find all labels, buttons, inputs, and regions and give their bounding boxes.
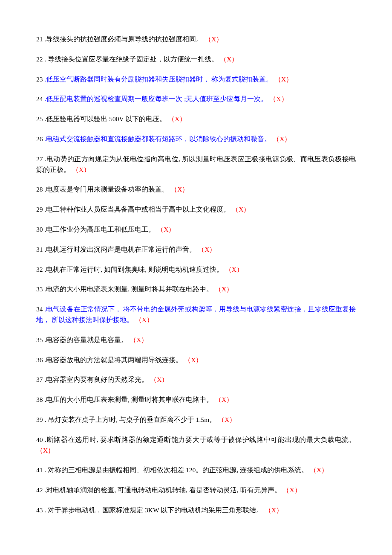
question-text: .电工作业分为高压电工和低压电工。: [43, 226, 157, 233]
question-item: 40 .断路器在选用时, 要求断路器的额定通断能力要大于或等于被保护线路中可能出…: [36, 435, 356, 456]
question-item: 24 .低压配电装置的巡视检查周期一般应每班一次 ;无人值班至少应每月一次。 （…: [36, 94, 356, 105]
question-number: 40: [36, 436, 43, 443]
question-item: 31 .电机运行时发出沉闷声是电机在正常运行的声音。 （X）: [36, 244, 356, 255]
question-text: .电容器的容量就是电容量。: [43, 336, 130, 343]
question-item: 39 . 吊灯安装在桌子上方时, 与桌子的垂直距离不少于 1.5m。 （X）: [36, 415, 356, 425]
answer-mark: （X）: [282, 486, 301, 494]
answer-mark: （X）: [205, 35, 223, 43]
question-item: 41 . 对称的三相电源是由振幅相同、初相依次相差 120。的正弦电源, 连接组…: [36, 465, 356, 476]
question-item: 36 .电容器放电的方法就是将其两端用导线连接。 （X）: [36, 355, 356, 366]
question-text: . 导线接头位置应尽量在绝缘子固定处，以方便统一扎线。: [43, 55, 220, 63]
question-item: 28 .电度表是专门用来测量设备功率的装置。 （X）: [36, 184, 356, 195]
question-number: 32: [36, 266, 43, 273]
answer-mark: （X）: [184, 356, 202, 363]
answer-mark: （X）: [198, 246, 216, 253]
answer-mark: （X）: [215, 396, 233, 403]
answer-mark: （X）: [274, 76, 293, 83]
question-item: 22 . 导线接头位置应尽量在绝缘子固定处，以方便统一扎线。 （X）: [36, 54, 356, 65]
question-text: .电机运行时发出沉闷声是电机在正常运行的声音。: [43, 246, 198, 253]
question-number: 28: [36, 186, 43, 193]
question-number: 31: [36, 246, 43, 253]
question-number: 27: [36, 155, 43, 163]
question-item: 25 .低压验电器可以验出 500V 以下的电压。 （X）: [36, 114, 356, 125]
question-text: .电机在正常运行时, 如闻到焦臭味, 则说明电动机速度过快。: [43, 266, 225, 273]
question-number: 37: [36, 376, 43, 383]
answer-mark: （X）: [269, 95, 288, 102]
question-number: 33: [36, 285, 43, 293]
answer-mark: （X）: [72, 166, 90, 173]
answer-mark: （X）: [157, 226, 175, 233]
answer-mark: （X）: [130, 336, 148, 343]
question-item: 26 .电磁式交流接触器和直流接触器都装有短路环，以消除铁心的振动和噪音。 （X…: [36, 134, 356, 145]
question-number: 42: [36, 486, 43, 494]
question-number: 29: [36, 206, 43, 213]
question-number: 25: [36, 115, 43, 122]
answer-mark: （X）: [36, 447, 55, 454]
question-text: .电磁式交流接触器和直流接触器都装有短路环，以消除铁心的振动和噪音。: [43, 135, 273, 142]
answer-mark: （X）: [225, 266, 243, 273]
question-item: 42 .对电机轴承润滑的检查, 可通电转动电动机转轴, 看是否转动灵活, 听有无…: [36, 485, 356, 496]
answer-mark: （X）: [232, 206, 250, 213]
question-number: 26: [36, 135, 43, 142]
question-text: .对电机轴承润滑的检查, 可通电转动电动机转轴, 看是否转动灵活, 听有无异声。: [43, 486, 283, 494]
answer-mark: （X）: [135, 316, 153, 323]
answer-mark: （X）: [265, 506, 283, 514]
question-text: .低压验电器可以验出 500V 以下的电压。: [43, 115, 168, 122]
answer-mark: （X）: [220, 55, 238, 63]
question-text: .断路器在选用时, 要求断路器的额定通断能力要大于或等于被保护线路中可能出现的最…: [43, 436, 356, 443]
question-item: 21 .导线接头的抗拉强度必须与原导线的抗拉强度相同。 （X）: [36, 34, 356, 45]
question-item: 34 .电气设备在正常情况下， 将不带电的金属外壳或构架等，用导线与电源零线紧密…: [36, 304, 356, 325]
answer-mark: （X）: [273, 135, 291, 142]
question-item: 32 .电机在正常运行时, 如闻到焦臭味, 则说明电动机速度过快。 （X）: [36, 264, 356, 275]
answer-mark: （X）: [218, 416, 236, 423]
question-number: 41: [36, 466, 43, 474]
answer-mark: （X）: [170, 186, 189, 193]
answer-mark: （X）: [150, 376, 168, 383]
question-number: 21: [36, 35, 43, 43]
question-number: 24: [36, 95, 43, 102]
question-text: .电流的大小用电流表来测量, 测量时将其并联在电路中。: [43, 285, 215, 293]
question-text: .低压配电装置的巡视检查周期一般应每班一次 ;无人值班至少应每月一次。: [43, 95, 270, 102]
question-text: . 对称的三相电源是由振幅相同、初相依次相差 120。的正弦电源, 连接组成的供…: [43, 466, 310, 474]
question-text: .电气设备在正常情况下， 将不带电的金属外壳或构架等，用导线与电源零线紧密连接，…: [36, 305, 356, 323]
question-item: 37 .电容器室内要有良好的天然采光。 （X）: [36, 375, 356, 385]
question-item: 30 .电工作业分为高压电工和低压电工。 （X）: [36, 224, 356, 235]
answer-mark: （X）: [168, 115, 186, 122]
question-item: 27 .电动势的正方向规定为从低电位指向高电位, 所以测量时电压表应正极接电源负…: [36, 154, 356, 175]
question-item: 29 .电工特种作业人员应当具备高中或相当于高中以上文化程度。 （X）: [36, 204, 356, 215]
question-text: .低压空气断路器同时装有分励脱扣器和失压脱扣器时， 称为复式脱扣装置。: [43, 76, 275, 83]
question-number: 43: [36, 506, 43, 514]
question-item: 38 .电压的大小用电压表来测量, 测量时将其串联在电路中。 （X）: [36, 395, 356, 405]
question-number: 39: [36, 416, 43, 423]
question-item: 33 .电流的大小用电流表来测量, 测量时将其并联在电路中。 （X）: [36, 284, 356, 295]
question-text: . 吊灯安装在桌子上方时, 与桌子的垂直距离不少于 1.5m。: [43, 416, 218, 423]
question-text: .电度表是专门用来测量设备功率的装置。: [43, 186, 171, 193]
answer-mark: （X）: [215, 285, 233, 293]
question-number: 22: [36, 55, 43, 63]
question-list: 21 .导线接头的抗拉强度必须与原导线的抗拉强度相同。 （X）22 . 导线接头…: [36, 34, 356, 516]
question-item: 43 . 对于异步电动机，国家标准规定 3KW 以下的电动机均采用三角形联结。 …: [36, 505, 356, 516]
question-text: .电压的大小用电压表来测量, 测量时将其串联在电路中。: [43, 396, 215, 403]
question-item: 23 .低压空气断路器同时装有分励脱扣器和失压脱扣器时， 称为复式脱扣装置。 （…: [36, 74, 356, 85]
question-text: . 对于异步电动机，国家标准规定 3KW 以下的电动机均采用三角形联结。: [43, 506, 265, 514]
answer-mark: （X）: [310, 466, 328, 474]
question-number: 36: [36, 356, 43, 363]
question-text: .电容器放电的方法就是将其两端用导线连接。: [43, 356, 184, 363]
question-number: 34: [36, 305, 43, 313]
question-number: 35: [36, 336, 43, 343]
question-number: 23: [36, 76, 43, 83]
question-item: 35 .电容器的容量就是电容量。 （X）: [36, 335, 356, 346]
question-text: .电容器室内要有良好的天然采光。: [43, 376, 150, 383]
question-number: 38: [36, 396, 43, 403]
question-text: .电工特种作业人员应当具备高中或相当于高中以上文化程度。: [43, 206, 232, 213]
question-text: .导线接头的抗拉强度必须与原导线的抗拉强度相同。: [43, 35, 205, 43]
question-number: 30: [36, 226, 43, 233]
